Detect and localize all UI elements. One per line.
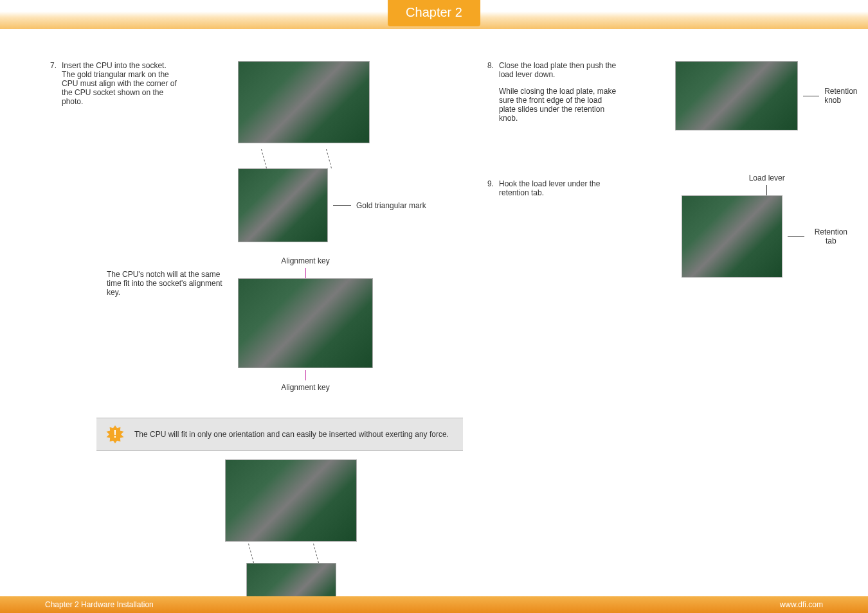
step-number: 9. — [482, 179, 494, 188]
step-text: Insert the CPU into the socket. The gold… — [62, 61, 181, 106]
cpu-inserted-photo — [225, 459, 357, 542]
figure-step7: Gold triangular mark — [238, 61, 426, 242]
figure-alignment: Alignment key Alignment key — [238, 254, 373, 395]
callout-line — [788, 236, 804, 237]
load-plate-photo — [675, 61, 798, 130]
gold-mark-label: Gold triangular mark — [356, 201, 426, 210]
figure-orientation — [225, 459, 357, 613]
figure-step9: Load lever Retention tab — [682, 173, 852, 278]
warning-icon: ! — [105, 425, 125, 444]
cpu-socket-photo — [238, 61, 370, 143]
zoom-indicator — [238, 149, 426, 168]
footer-left: Chapter 2 Hardware Installation — [45, 600, 154, 609]
right-column: 8. Close the load plate then push the lo… — [482, 61, 842, 213]
retention-tab-label: Retention tab — [809, 227, 852, 245]
important-note: ! The CPU will fit in only one orientati… — [96, 418, 463, 451]
footer-right: www.dfi.com — [780, 600, 823, 609]
step-text: Hook the load lever under the retention … — [499, 179, 621, 197]
notch-text: The CPU's notch will at the same time fi… — [107, 270, 229, 297]
callout-line — [333, 205, 351, 206]
pointer-line-icon — [766, 185, 767, 195]
page-header: Chapter 2 — [0, 0, 868, 29]
note-text: The CPU will fit in only one orientation… — [134, 430, 449, 439]
zoom-indicator — [225, 544, 357, 563]
alignment-label-top: Alignment key — [238, 256, 373, 265]
cpu-corner-detail-photo — [238, 168, 328, 242]
pointer-line-icon — [305, 370, 306, 380]
figure-step8: Retention knob — [675, 61, 868, 130]
pointer-line-icon — [305, 268, 306, 278]
load-lever-photo — [682, 195, 782, 278]
page-body: 7. Insert the CPU into the socket. The g… — [0, 29, 868, 61]
step-subtext: While closing the load plate, make sure … — [499, 87, 618, 123]
cpu-alignment-photo — [238, 278, 373, 368]
callout-line — [803, 96, 819, 96]
page-footer: Chapter 2 Hardware Installation www.dfi.… — [0, 596, 868, 613]
step-number: 7. — [45, 61, 57, 70]
retention-knob-label: Retention knob — [824, 87, 868, 105]
left-column: 7. Insert the CPU into the socket. The g… — [45, 61, 431, 122]
step-number: 8. — [482, 61, 494, 70]
load-lever-label: Load lever — [682, 173, 852, 182]
step-text: Close the load plate then push the load … — [499, 61, 621, 79]
burst-icon: ! — [106, 425, 124, 443]
chapter-tab: Chapter 2 — [388, 0, 480, 26]
alignment-label-bottom: Alignment key — [238, 383, 373, 392]
